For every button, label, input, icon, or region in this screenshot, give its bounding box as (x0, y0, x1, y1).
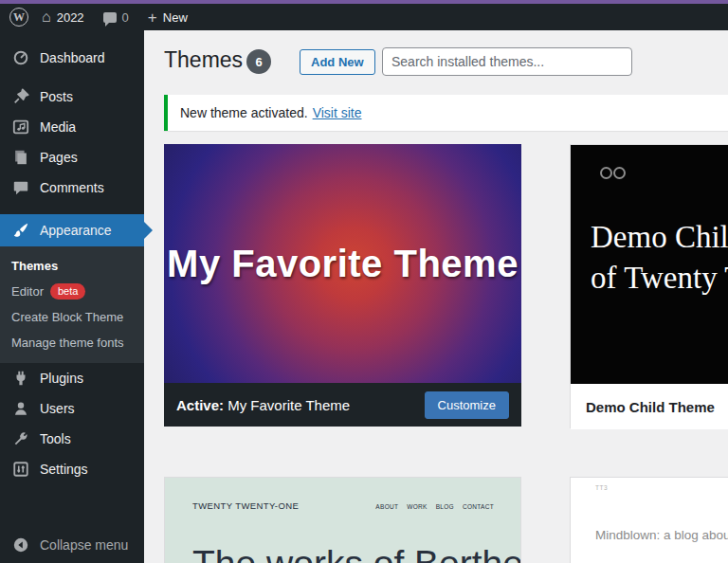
sidebar-item-label: Media (40, 119, 76, 135)
customize-button[interactable]: Customize (425, 391, 509, 419)
collapse-icon (11, 536, 30, 554)
admin-bar-new[interactable]: + New (148, 9, 188, 26)
collapse-label: Collapse menu (40, 537, 128, 553)
visit-site-link[interactable]: Visit site (313, 105, 362, 120)
comment-icon (11, 178, 30, 197)
media-icon (11, 118, 30, 136)
page-title: Themes (164, 47, 243, 73)
sidebar-item-appearance[interactable]: Appearance (0, 214, 144, 246)
new-label: New (163, 10, 188, 25)
active-status-label: Active: (176, 397, 224, 413)
theme-count-badge: 6 (246, 49, 271, 74)
sidebar-item-label: Settings (40, 462, 88, 477)
pin-icon (11, 87, 30, 106)
home-icon: ⌂ (42, 9, 51, 25)
tt3-tagline: Mindblown: a blog about philosophy. (595, 528, 728, 542)
activation-notice: New theme activated. Visit site (164, 95, 728, 131)
admin-bar-site-link[interactable]: ⌂ 2022 (42, 9, 84, 25)
theme-card-active[interactable]: My Favorite Theme Active: My Favorite Th… (164, 144, 521, 427)
admin-sidebar: Dashboard Posts Media Pages Comments (0, 30, 144, 563)
active-menu-arrow (144, 222, 153, 239)
submenu-label: Manage theme fonts (11, 330, 124, 355)
add-new-button[interactable]: Add New (300, 49, 375, 75)
sidebar-item-media[interactable]: Media (0, 112, 144, 142)
theme-preview-title: My Favorite Theme (167, 243, 519, 285)
tt1-nav-blog: BLOG (436, 503, 454, 510)
submenu-label: Create Block Theme (11, 304, 123, 330)
tt3-site-label: TT3 (595, 484, 608, 491)
wrench-icon (11, 429, 30, 448)
submenu-item-editor[interactable]: Editor beta (0, 279, 144, 304)
admin-bar-comments[interactable]: 0 (103, 10, 129, 25)
site-name: 2022 (57, 10, 84, 25)
collapse-menu-button[interactable]: Collapse menu (0, 530, 144, 560)
sidebar-item-label: Pages (40, 150, 78, 165)
submenu-label: Themes (11, 253, 58, 279)
sidebar-item-settings[interactable]: Settings (0, 454, 144, 484)
submenu-label: Editor (11, 279, 44, 304)
tt1-site-title: TWENTY TWENTY-ONE (192, 500, 299, 511)
tt1-nav-contact: CONTACT (463, 503, 494, 510)
sidebar-item-label: Comments (40, 180, 104, 195)
demo-preview-text: Demo Child Theme of Twenty Twenty-Two (591, 217, 728, 299)
active-theme-footer: Active: My Favorite Theme Customize (164, 383, 521, 427)
user-icon (11, 399, 30, 418)
demo-preview-line1: Demo Child Theme (591, 217, 728, 258)
sidebar-item-dashboard[interactable]: Dashboard (0, 42, 144, 74)
theme-name-demo-child: Demo Child Theme (571, 384, 728, 429)
sidebar-item-label: Tools (40, 431, 71, 446)
brush-icon (11, 221, 30, 240)
search-input[interactable] (382, 47, 632, 76)
admin-bar: W ⌂ 2022 0 + New (0, 4, 728, 30)
sidebar-item-plugins[interactable]: Plugins (0, 363, 144, 393)
theme-preview-demo-child[interactable]: Demo Child Theme of Twenty Twenty-Two (571, 145, 728, 384)
sidebar-item-label: Posts (40, 89, 73, 104)
glasses-icon (600, 167, 626, 179)
theme-card-demo-child[interactable]: Demo Child Theme of Twenty Twenty-Two De… (570, 144, 728, 428)
sidebar-item-posts[interactable]: Posts (0, 82, 144, 112)
submenu-item-manage-theme-fonts[interactable]: Manage theme fonts (0, 330, 144, 355)
tt1-nav-work: WORK (407, 503, 427, 510)
notice-message: New theme activated. (180, 105, 308, 120)
tt1-nav-about: ABOUT (375, 503, 398, 510)
sidebar-item-label: Users (40, 401, 75, 416)
tt1-nav: ABOUT WORK BLOG CONTACT (375, 503, 494, 510)
sliders-icon (11, 460, 30, 479)
sidebar-item-label: Appearance (40, 223, 112, 238)
wordpress-logo-icon[interactable]: W (9, 8, 28, 27)
plus-icon: + (148, 9, 157, 26)
sidebar-item-users[interactable]: Users (0, 393, 144, 424)
active-theme-name: Active: My Favorite Theme (176, 397, 350, 413)
demo-preview-line2: of Twenty Twenty-Two (591, 258, 728, 299)
appearance-submenu: Themes Editor beta Create Block Theme Ma… (0, 246, 144, 363)
theme-preview-my-favorite[interactable]: My Favorite Theme (164, 144, 521, 383)
plugin-icon (11, 369, 30, 388)
tt1-preview-header: TWENTY TWENTY-ONE ABOUT WORK BLOG CONTAC… (192, 500, 494, 511)
submenu-item-themes[interactable]: Themes (0, 253, 144, 279)
comments-count: 0 (122, 10, 129, 25)
sidebar-item-comments[interactable]: Comments (0, 173, 144, 203)
sidebar-item-label: Dashboard (40, 50, 105, 65)
tt1-heading: The works of Berthe (192, 543, 520, 563)
active-theme-name-text: My Favorite Theme (228, 397, 350, 413)
theme-card-twenty-twenty-three[interactable]: TT3 Mindblown: a blog about philosophy. (570, 477, 728, 563)
theme-card-twenty-twenty-one[interactable]: TWENTY TWENTY-ONE ABOUT WORK BLOG CONTAC… (164, 477, 521, 563)
sidebar-item-pages[interactable]: Pages (0, 142, 144, 173)
pages-icon (11, 148, 30, 167)
comment-bubble-icon (103, 12, 117, 23)
sidebar-item-label: Plugins (40, 371, 83, 386)
sidebar-item-tools[interactable]: Tools (0, 424, 144, 454)
submenu-item-create-block-theme[interactable]: Create Block Theme (0, 304, 144, 330)
beta-badge: beta (50, 283, 85, 300)
dashboard-icon (11, 48, 30, 67)
